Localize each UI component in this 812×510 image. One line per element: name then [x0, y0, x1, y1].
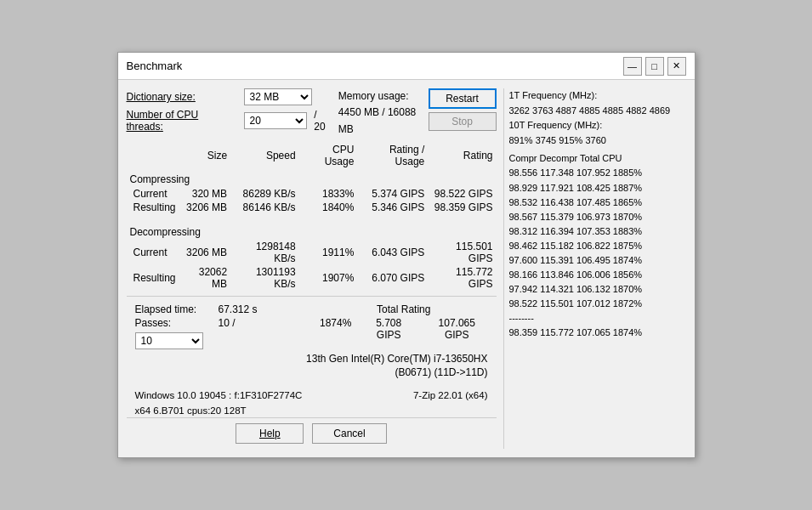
- bottom-right: Total Rating 1874% 5.708 GIPS 107.065 GI…: [320, 303, 488, 349]
- table-row: Current320 MB86289 KB/s1833%5.374 GIPS98…: [127, 187, 497, 201]
- cpu-info1-text: 13th Gen Intel(R) Core(TM) i7-13650HX: [306, 353, 487, 365]
- minimize-button[interactable]: —: [623, 57, 642, 76]
- bottom-row1: Elapsed time: 67.312 s Passes: 10 / 10 5…: [135, 303, 488, 349]
- cancel-button[interactable]: Cancel: [312, 423, 386, 444]
- bottom-left: Elapsed time: 67.312 s Passes: 10 / 10 5…: [135, 303, 304, 349]
- right-panel-data-row: 98.462 115.182 106.822 1875%: [509, 239, 686, 253]
- cpu-info2-text: (B0671) (11D->11D): [395, 366, 487, 378]
- title-bar-controls: — □ ✕: [623, 57, 686, 76]
- passes-value: 10 /: [219, 317, 236, 329]
- passes-label: Passes:: [135, 317, 212, 329]
- top-row: Dictionary size: 32 MB 64 MB 128 MB Numb…: [127, 88, 497, 138]
- total-row: 98.359 115.772 107.065 1874%: [509, 326, 686, 340]
- help-label: Help: [259, 428, 281, 439]
- table-row: Resulting32062 MB1301193 KB/s1907%6.070 …: [127, 265, 497, 291]
- win-info: Windows 10.0 19045 : f:1F310F2774C: [135, 390, 303, 400]
- freq10t-title: 10T Frequency (MHz):: [509, 118, 686, 133]
- table-header: Compr Decompr Total CPU: [509, 151, 686, 166]
- total-rating-label: Total Rating: [320, 303, 488, 315]
- cpu-info2: (B0671) (11D->11D): [135, 366, 488, 378]
- main-content: Dictionary size: 32 MB 64 MB 128 MB Numb…: [118, 80, 695, 457]
- elapsed-label: Elapsed time:: [135, 303, 212, 315]
- freq10t-values: 891% 3745 915% 3760: [509, 133, 686, 148]
- threads-row: Number of CPU threads: 20 16 8 / 20: [127, 109, 330, 133]
- cpu-info1: 13th Gen Intel(R) Core(TM) i7-13650HX: [135, 353, 488, 365]
- title-bar: Benchmark — □ ✕: [118, 53, 695, 80]
- dictionary-label: Dictionary size:: [127, 91, 237, 103]
- table-row: Current3206 MB1298148 KB/s1911%6.043 GIP…: [127, 240, 497, 265]
- window-title: Benchmark: [127, 60, 183, 72]
- right-panel-data-row: 97.942 114.321 106.132 1870%: [509, 282, 686, 297]
- left-panel: Dictionary size: 32 MB 64 MB 128 MB Numb…: [127, 88, 497, 449]
- arch-info: x64 6.B701 cpus:20 128T: [135, 405, 247, 416]
- rating2: 5.708 GIPS: [363, 317, 414, 341]
- maximize-button[interactable]: □: [645, 57, 664, 76]
- rating3: 107.065 GIPS: [426, 317, 487, 341]
- col-rating: Rating: [428, 143, 496, 168]
- freq1t-values: 3262 3763 4887 4885 4885 4882 4869: [509, 104, 686, 118]
- freq1t-title: 1T Frequency (MHz):: [509, 88, 686, 103]
- close-button[interactable]: ✕: [667, 57, 686, 76]
- zip-info: 7-Zip 22.01 (x64): [413, 390, 488, 400]
- passes-dropdown-row: 10 5 3 1: [135, 332, 304, 349]
- benchmark-table: Size Speed CPU Usage Rating / Usage Rati…: [127, 143, 497, 291]
- right-panel: 1T Frequency (MHz): 3262 3763 4887 4885 …: [503, 88, 686, 449]
- memory-col: Memory usage: 4450 MB / 16088 MB: [338, 88, 420, 138]
- action-buttons: Restart Stop: [429, 88, 497, 131]
- elapsed-row: Elapsed time: 67.312 s: [135, 303, 304, 315]
- right-panel-data-row: 98.929 117.921 108.425 1887%: [509, 181, 686, 196]
- right-panel-data-row: 97.600 115.391 106.495 1874%: [509, 253, 686, 268]
- threads-select[interactable]: 20 16 8: [244, 112, 308, 129]
- table-header-row: Size Speed CPU Usage Rating / Usage Rati…: [127, 143, 497, 168]
- table-row: Resulting3206 MB86146 KB/s1840%5.346 GIP…: [127, 201, 497, 214]
- right-panel-rows: 98.556 117.348 107.952 1885%98.929 117.9…: [509, 166, 686, 310]
- bottom-section: Elapsed time: 67.312 s Passes: 10 / 10 5…: [127, 296, 497, 387]
- dictionary-row: Dictionary size: 32 MB 64 MB 128 MB: [127, 88, 330, 105]
- divider-row: [127, 214, 497, 221]
- dictionary-select[interactable]: 32 MB 64 MB 128 MB: [244, 88, 312, 105]
- col-name: [127, 143, 179, 168]
- threads-max: / 20: [314, 109, 330, 133]
- right-panel-data-row: 98.312 116.394 107.353 1883%: [509, 224, 686, 239]
- system-info: Windows 10.0 19045 : f:1F310F2774C 7-Zip…: [135, 387, 488, 402]
- right-panel-data-row: 98.556 117.348 107.952 1885%: [509, 166, 686, 180]
- col-rating-usage: Rating / Usage: [357, 143, 428, 168]
- rating1: 1874%: [320, 317, 351, 341]
- memory-value: 4450 MB / 16088 MB: [338, 105, 420, 137]
- benchmark-window: Benchmark — □ ✕ Dictionary size: 32 MB 6…: [117, 52, 696, 458]
- right-panel-data-row: 98.522 115.501 107.012 1872%: [509, 297, 686, 311]
- stop-button[interactable]: Stop: [429, 112, 497, 131]
- right-panel-data-row: 98.532 116.438 107.485 1865%: [509, 196, 686, 210]
- col-speed: Speed: [230, 143, 299, 168]
- col-cpu: CPU Usage: [299, 143, 358, 168]
- controls-col: Dictionary size: 32 MB 64 MB 128 MB Numb…: [127, 88, 330, 136]
- bottom-buttons: Help Cancel: [127, 417, 497, 449]
- elapsed-value: 67.312 s: [219, 303, 258, 315]
- passes-select[interactable]: 10 5 3 1: [135, 332, 203, 349]
- col-size: Size: [179, 143, 231, 168]
- arch-info-row: x64 6.B701 cpus:20 128T: [135, 402, 488, 417]
- threads-label: Number of CPU threads:: [127, 109, 237, 133]
- rating-values: 1874% 5.708 GIPS 107.065 GIPS: [320, 317, 488, 341]
- system-info-row: Windows 10.0 19045 : f:1F310F2774C 7-Zip…: [127, 387, 497, 417]
- right-panel-data-row: 98.567 115.379 106.973 1870%: [509, 210, 686, 224]
- compressing-header: Compressing: [127, 168, 497, 187]
- separator-row: --------: [509, 311, 686, 326]
- help-button[interactable]: Help: [236, 423, 304, 444]
- right-panel-data-row: 98.166 113.846 106.006 1856%: [509, 268, 686, 282]
- decompressing-header: Decompressing: [127, 221, 497, 240]
- memory-label: Memory usage:: [338, 88, 420, 105]
- passes-row: Passes: 10 /: [135, 317, 304, 329]
- restart-button[interactable]: Restart: [429, 88, 497, 109]
